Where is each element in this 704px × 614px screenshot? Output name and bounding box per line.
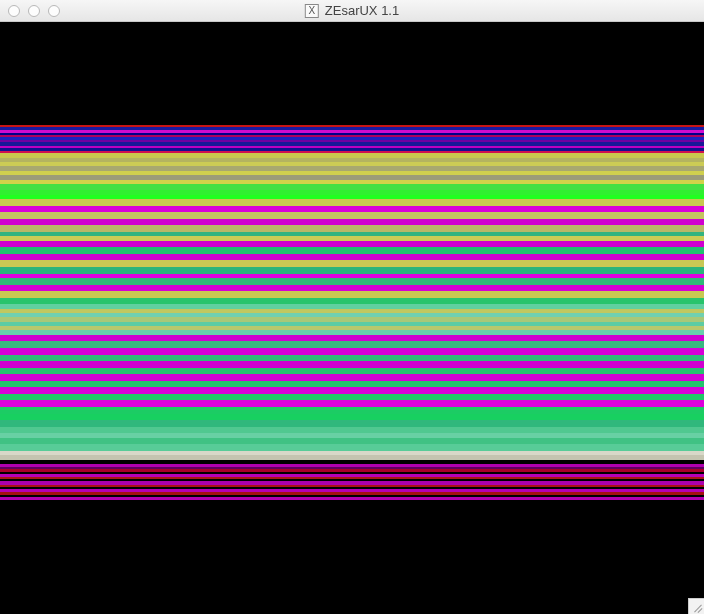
traffic-lights [0,5,60,17]
raster-line [0,22,704,125]
raster-stripes [0,22,704,614]
resize-grip[interactable] [688,598,704,614]
raster-line [0,500,704,614]
window-title: ZEsarUX 1.1 [325,3,399,18]
app-icon: X [305,4,319,18]
close-button[interactable] [8,5,20,17]
emulator-display[interactable] [0,22,704,614]
zoom-button[interactable] [48,5,60,17]
minimize-button[interactable] [28,5,40,17]
window-titlebar[interactable]: X ZEsarUX 1.1 [0,0,704,22]
window-title-group: X ZEsarUX 1.1 [305,3,399,18]
